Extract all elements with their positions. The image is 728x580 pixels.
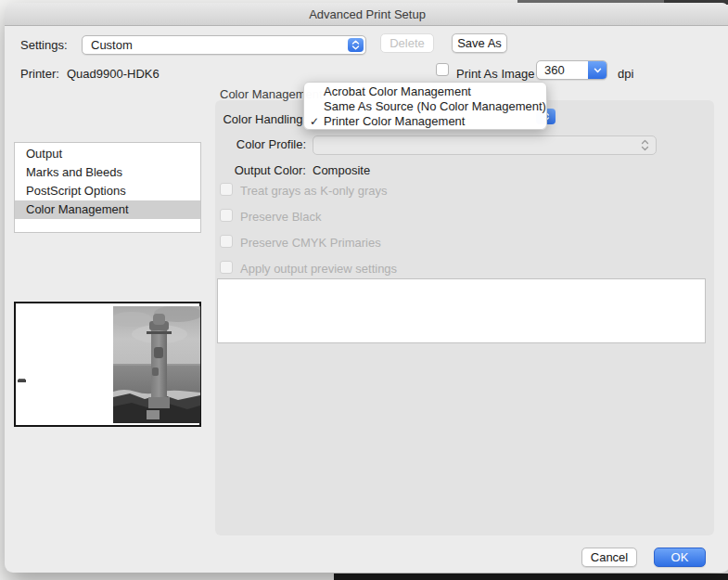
page-title: Advanced Print Setup [309, 7, 426, 21]
title-bar: Advanced Print Setup [5, 3, 728, 26]
sidebar-item-output[interactable]: Output [15, 145, 200, 163]
sidebar-item-marks-and-bleeds[interactable]: Marks and Bleeds [15, 163, 200, 182]
popup-chevrons-disabled-icon [641, 139, 649, 154]
settings-category-list: Output Marks and Bleeds PostScript Optio… [14, 142, 201, 233]
output-color-label: Output Color: [215, 163, 306, 177]
ok-button[interactable]: OK [654, 548, 706, 567]
delete-button[interactable]: Delete [380, 33, 434, 53]
print-as-image-checkbox[interactable] [436, 63, 449, 76]
save-as-button[interactable]: Save As [452, 33, 507, 53]
menu-item-same-as-source[interactable]: Same As Source (No Color Management) [304, 99, 546, 114]
preserve-cmyk-label: Preserve CMYK Primaries [240, 236, 381, 250]
sidebar-item-color-management[interactable]: Color Management [15, 200, 200, 219]
preserve-black-label: Preserve Black [240, 210, 321, 224]
menu-item-label: Same As Source (No Color Management) [324, 99, 546, 113]
delete-button-label: Delete [390, 36, 425, 50]
menu-item-printer-color-management[interactable]: ✓ Printer Color Management [304, 114, 546, 129]
cancel-button-label: Cancel [591, 550, 628, 564]
popup-chevrons-icon [348, 38, 364, 52]
description-box [217, 278, 706, 343]
preview-image [113, 306, 200, 423]
printer-value: Quad9900-HDK6 [67, 67, 160, 81]
menu-item-label: Acrobat Color Management [324, 84, 471, 98]
dpi-combo-value: 360 [544, 63, 565, 77]
dpi-combo[interactable]: 360 [536, 60, 607, 80]
sidebar-item-label: Output [26, 147, 62, 161]
preview-tiny-text [18, 380, 26, 382]
settings-label: Settings: [20, 38, 68, 52]
print-as-image-label: Print As Image [456, 67, 535, 81]
treat-grays-label: Treat grays as K-only grays [240, 184, 387, 198]
save-as-button-label: Save As [457, 36, 502, 50]
settings-popup-value: Custom [91, 38, 133, 52]
sidebar-item-label: Marks and Bleeds [26, 165, 122, 179]
apply-output-preview-checkbox[interactable] [220, 261, 233, 274]
dpi-unit-label: dpi [618, 67, 633, 81]
apply-output-preview-label: Apply output preview settings [240, 262, 397, 276]
background-window-bottom-edge [334, 574, 728, 580]
sidebar-item-label: PostScript Options [26, 184, 126, 198]
color-profile-label: Color Profile: [215, 137, 306, 151]
preserve-black-checkbox[interactable] [220, 209, 233, 222]
output-color-value: Composite [313, 163, 370, 177]
menu-item-label: Printer Color Management [324, 114, 465, 128]
color-profile-popup[interactable] [313, 135, 657, 155]
sidebar-item-label: Color Management [26, 202, 129, 216]
checkmark-icon: ✓ [310, 114, 323, 129]
print-preview-pane [14, 302, 201, 427]
settings-popup[interactable]: Custom [82, 35, 366, 55]
color-handling-dropdown-menu: Acrobat Color Management Same As Source … [303, 82, 547, 130]
menu-item-acrobat-color-management[interactable]: Acrobat Color Management [304, 84, 546, 99]
cancel-button[interactable]: Cancel [581, 548, 637, 567]
color-handling-label: Color Handling: [215, 112, 306, 126]
printer-label: Printer: [20, 67, 59, 81]
preserve-cmyk-checkbox[interactable] [220, 235, 233, 248]
ok-button-label: OK [671, 550, 689, 564]
sidebar-item-postscript-options[interactable]: PostScript Options [15, 182, 200, 200]
dropdown-chevron-icon[interactable] [588, 61, 607, 79]
treat-grays-checkbox[interactable] [220, 183, 233, 196]
